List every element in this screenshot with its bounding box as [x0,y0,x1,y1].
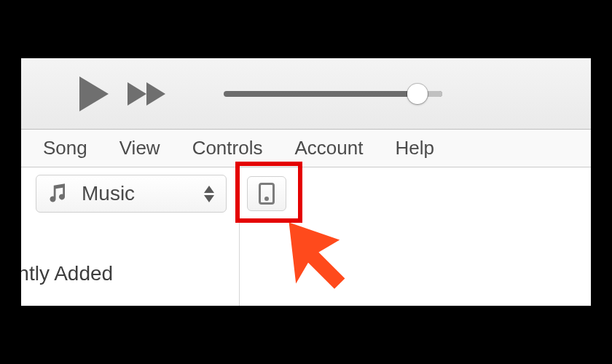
library-picker-stepper[interactable] [204,186,214,202]
menu-song[interactable]: Song [27,132,103,164]
chevron-right-icon [146,82,165,106]
menu-bar: Song View Controls Account Help [21,130,591,167]
device-icon [259,183,275,205]
chevron-up-icon [204,186,214,193]
playback-controls [79,76,165,111]
menu-account[interactable]: Account [278,132,379,164]
chevron-right-icon [128,82,146,106]
library-picker-label: Music [82,182,204,205]
library-picker[interactable]: Music [36,175,227,213]
play-icon[interactable] [79,76,109,111]
app-window: Song View Controls Account Help Music Re… [21,58,591,306]
content-area: Recently Added [21,220,591,306]
chevron-down-icon [204,195,214,202]
menu-controls[interactable]: Controls [176,132,279,164]
main-pane [240,220,591,306]
volume-slider[interactable] [224,83,442,105]
toolbar: Music [21,167,591,220]
menu-view[interactable]: View [103,132,176,164]
music-note-icon [47,183,68,205]
menu-help[interactable]: Help [379,132,450,164]
sidebar: Recently Added [21,220,240,306]
fast-forward-icon[interactable] [128,82,165,106]
volume-thumb[interactable] [407,84,428,104]
device-button[interactable] [247,176,286,211]
sidebar-item-recently-added[interactable]: Recently Added [21,258,239,290]
playback-bar [21,58,591,130]
